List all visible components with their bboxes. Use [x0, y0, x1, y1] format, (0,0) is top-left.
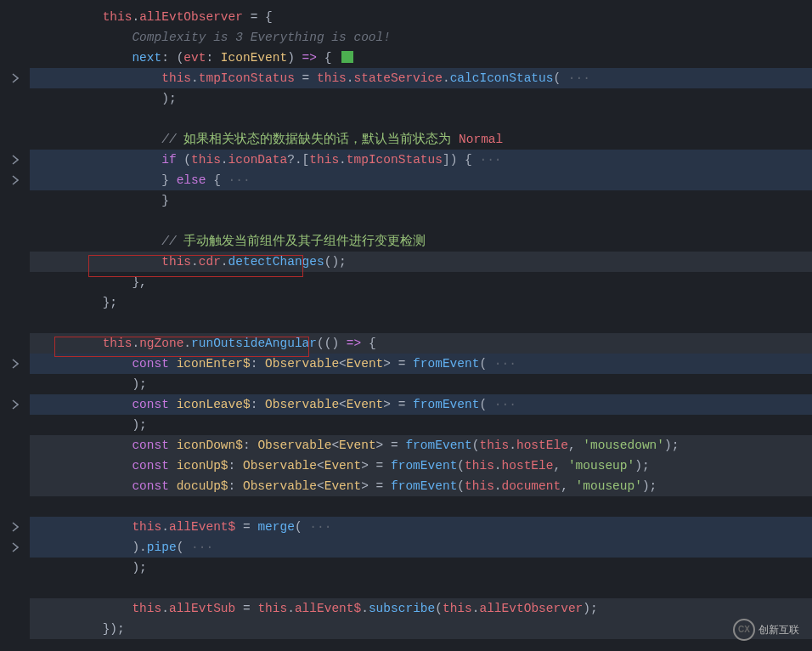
code-line[interactable]: } else { ···: [30, 170, 812, 190]
fold-marker: [0, 48, 30, 68]
code-line[interactable]: const iconUp$: Observable<Event> = fromE…: [30, 456, 812, 476]
fold-marker: [0, 7, 30, 27]
code-line[interactable]: });: [30, 619, 812, 639]
token-comment: //: [161, 235, 183, 248]
fold-marker: [0, 231, 30, 252]
code-line[interactable]: };: [30, 292, 812, 313]
code-line[interactable]: ).pipe( ···: [30, 537, 812, 558]
token-prop: allEvent$: [295, 602, 361, 615]
token-const: iconEnter$: [177, 357, 251, 371]
token-punct: :: [251, 398, 265, 411]
code-line[interactable]: this.ngZone.runOutsideAngular(() => {: [30, 333, 812, 354]
code-line[interactable]: );: [30, 415, 812, 435]
fold-chevron-icon[interactable]: [0, 170, 30, 190]
code-line[interactable]: [30, 211, 812, 231]
fold-marker: [0, 109, 30, 129]
fold-chevron-icon[interactable]: [0, 394, 30, 415]
code-line[interactable]: [30, 313, 812, 333]
token-keyword: const: [132, 398, 169, 411]
code-line[interactable]: [30, 109, 812, 129]
token-punct: (: [295, 520, 302, 534]
code-line[interactable]: const iconDown$: Observable<Event> = fro…: [30, 435, 812, 456]
token-method: detectChanges: [228, 255, 324, 269]
token-punct: ]) {: [443, 153, 472, 167]
code-line[interactable]: // 手动触发当前组件及其子组件进行变更检测: [30, 231, 812, 252]
code-line[interactable]: const iconEnter$: Observable<Event> = fr…: [30, 354, 812, 374]
code-line[interactable]: }: [30, 190, 812, 211]
token-this: this: [309, 153, 339, 167]
token-punct: .: [132, 337, 139, 350]
code-line[interactable]: next: (evt: IconEvent) => {: [30, 48, 812, 68]
token-param: evt: [183, 51, 206, 65]
fold-gutter: [0, 0, 30, 651]
token-dim: ···: [183, 541, 213, 554]
token-dim: ···: [561, 71, 590, 85]
fold-chevron-icon[interactable]: [0, 150, 30, 170]
token-punct: <: [317, 479, 324, 493]
code-editor[interactable]: this.allEvtObserver = { Complexity is 3 …: [0, 0, 812, 651]
code-line[interactable]: [30, 578, 812, 598]
token-this: this: [103, 337, 133, 350]
token-prop: hostEle: [516, 439, 568, 452]
complexity-indicator-icon: [341, 51, 353, 63]
token-punct: .: [132, 10, 139, 24]
fold-marker: [0, 598, 30, 619]
code-line[interactable]: },: [30, 272, 812, 292]
fold-marker: [0, 292, 30, 313]
token-prop: tmpIconStatus: [347, 153, 443, 167]
token-method: calcIconStatus: [450, 71, 554, 85]
fold-chevron-icon[interactable]: [0, 68, 30, 88]
code-line[interactable]: Complexity is 3 Everything is cool!: [30, 27, 812, 48]
token-arrow: =>: [302, 51, 317, 65]
token-punct: ).: [132, 541, 146, 554]
watermark: CX 创新互联: [733, 619, 799, 641]
fold-chevron-icon[interactable]: [0, 517, 30, 537]
code-line[interactable]: // 如果相关状态的数据缺失的话，默认当前状态为 Normal: [30, 129, 812, 150]
code-line[interactable]: this.cdr.detectChanges();: [30, 252, 812, 272]
token-type: Observable: [243, 479, 317, 493]
token-punct: .: [191, 255, 199, 269]
token-punct: [169, 459, 177, 473]
fold-marker: [0, 313, 30, 333]
token-this: this: [257, 602, 287, 615]
code-line[interactable]: );: [30, 88, 812, 109]
fold-marker: [0, 374, 30, 394]
code-line[interactable]: );: [30, 374, 812, 394]
token-punct: );: [583, 602, 597, 615]
token-punct: [169, 439, 177, 452]
code-line[interactable]: this.tmpIconStatus = this.stateService.c…: [30, 68, 812, 88]
fold-marker: [0, 415, 30, 435]
fold-chevron-icon[interactable]: [0, 354, 30, 374]
code-line[interactable]: );: [30, 558, 812, 578]
token-prop: iconData: [228, 153, 288, 167]
token-this: this: [479, 439, 509, 452]
token-type: Observable: [265, 357, 339, 371]
token-punct: );: [642, 479, 657, 493]
token-punct: (: [479, 398, 487, 411]
token-punct: (: [435, 602, 443, 615]
token-dim: ···: [487, 357, 516, 371]
token-arrow: =>: [347, 337, 361, 350]
fold-marker: [0, 456, 30, 476]
token-prop: allEvtSub: [169, 602, 235, 615]
code-line[interactable]: [30, 496, 812, 517]
fold-chevron-icon[interactable]: [0, 537, 30, 558]
code-line[interactable]: const iconLeave$: Observable<Event> = fr…: [30, 394, 812, 415]
token-punct: :: [251, 357, 265, 371]
token-punct: ,: [568, 439, 583, 452]
fold-marker: [0, 333, 30, 354]
code-line[interactable]: this.allEvent$ = merge( ···: [30, 517, 812, 537]
token-const: iconLeave$: [177, 398, 251, 411]
token-punct: .: [494, 459, 502, 473]
token-punct: .: [361, 602, 369, 615]
code-line[interactable]: if (this.iconData?.[this.tmpIconStatus])…: [30, 150, 812, 170]
token-method: fromEvent: [391, 479, 457, 493]
token-punct: > =: [383, 357, 413, 371]
token-punct: <: [339, 357, 347, 371]
code-line[interactable]: const docuUp$: Observable<Event> = fromE…: [30, 476, 812, 496]
code-area[interactable]: this.allEvtObserver = { Complexity is 3 …: [30, 0, 812, 651]
code-line[interactable]: this.allEvtObserver = {: [30, 7, 812, 27]
token-string: 'mouseup': [568, 459, 634, 473]
token-punct: : (: [161, 51, 183, 65]
code-line[interactable]: this.allEvtSub = this.allEvent$.subscrib…: [30, 598, 812, 619]
